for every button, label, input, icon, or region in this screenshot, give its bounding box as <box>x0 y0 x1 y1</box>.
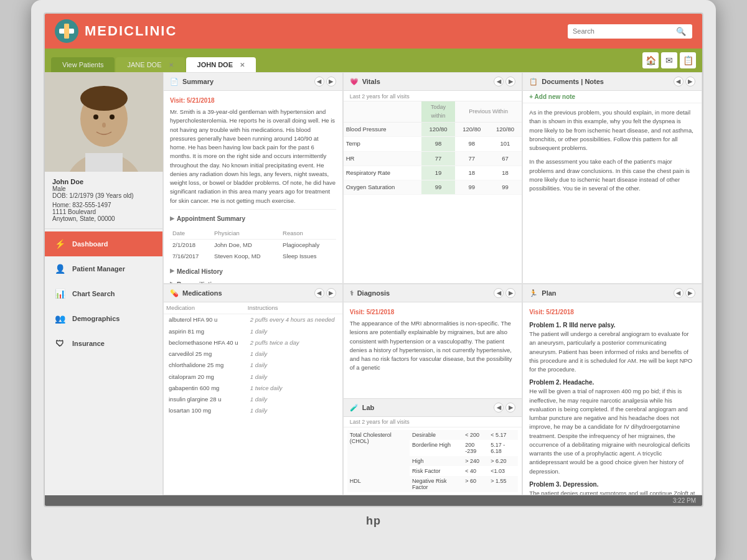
diagnosis-next-btn[interactable]: ▶ <box>505 288 515 298</box>
plan-problem: Problem 1. R IIId nerve palsy.The patien… <box>529 320 695 374</box>
add-note-button[interactable]: + Add new note <box>523 91 702 103</box>
diagnosis-panel: ⚕ Diagnosis ◀ ▶ Visit: 5/21/2018 The app… <box>343 284 523 495</box>
documents-text2: In the assessment you take each of the p… <box>529 157 695 193</box>
medications-panel: 💊 Medications ◀ ▶ Medication <box>163 284 343 495</box>
home-button[interactable]: 🏠 <box>642 52 659 68</box>
tab-john-doe[interactable]: JOHN DOE ✕ <box>186 57 256 72</box>
summary-next-btn[interactable]: ▶ <box>326 77 336 86</box>
medication-row: gabapentin 600 mg1 twice daily <box>164 383 342 394</box>
nav-demographics[interactable]: 👥 Demographics <box>45 306 162 331</box>
lab-section: 🧪 Lab ◀ ▶ Last 2 years for all visits <box>344 398 522 495</box>
lab-next-btn[interactable]: ▶ <box>505 403 515 413</box>
tab-jane-doe[interactable]: JANE DOE ✕ <box>116 57 184 72</box>
vitals-table: Todaywithin Previous Within Blood Pressu… <box>344 101 522 195</box>
vitals-prev-btn[interactable]: ◀ <box>494 77 504 86</box>
summary-panel: 📄 Summary ◀ ▶ Visit: 5/21/2018 Mr. Smith… <box>163 72 343 284</box>
header-search-input[interactable] <box>573 27 672 35</box>
vitals-header-left: 💗 Vitals <box>350 78 380 86</box>
vitals-controls: ◀ ▶ <box>494 77 515 86</box>
status-bar: 3:22 PM <box>45 495 702 506</box>
vitals-col-prev: Previous Within <box>455 101 522 123</box>
nav-demographics-label: Demographics <box>72 315 120 322</box>
summary-visit-label: Visit: 5/21/2018 <box>170 96 336 105</box>
vitals-subtitle: Last 2 years for all visits <box>344 91 522 101</box>
lab-prev-btn[interactable]: ◀ <box>494 403 504 413</box>
vitals-row: Blood Pressure120/80120/80120/80 <box>344 123 522 137</box>
insurance-icon: 🛡 <box>54 337 66 350</box>
medications-next-btn[interactable]: ▶ <box>326 288 336 298</box>
plan-next-btn[interactable]: ▶ <box>685 288 695 298</box>
summary-header-left: 📄 Summary <box>170 78 214 86</box>
documents-controls: ◀ ▶ <box>674 77 695 86</box>
nav-patient-manager-label: Patient Manager <box>72 265 125 273</box>
logo-area: MEDICLINIC <box>55 19 177 43</box>
documents-text1: As in the previous problem, you should e… <box>529 108 695 152</box>
patient-address: 1111 Boulevard <box>52 208 155 215</box>
plan-controls: ◀ ▶ <box>674 288 695 298</box>
add-note-label: + Add new note <box>529 93 575 100</box>
appt-row: 2/1/2018John Doe, MDPlagiocephaly <box>170 240 336 251</box>
summary-text: Mr. Smith is a 39-year-old gentleman wit… <box>170 108 336 205</box>
tab-label: View Patients <box>62 61 103 68</box>
nav-chart-search[interactable]: 📊 Chart Search <box>45 281 162 306</box>
nav-dashboard[interactable]: ⚡ Dashboard <box>45 231 162 256</box>
app-title: MEDICLINIC <box>85 23 177 39</box>
lab-content: Total Cholesterol (CHOL) Desirable < 200… <box>344 427 522 495</box>
nav-menu: ⚡ Dashboard 👤 Patient Manager 📊 Chart Se… <box>45 231 162 356</box>
plan-prev-btn[interactable]: ◀ <box>674 288 684 298</box>
plan-panel: 🏃 Plan ◀ ▶ Visit: 5/21/2018 Problem 1. R… <box>522 284 702 495</box>
tab-view-patients[interactable]: View Patients <box>51 57 115 72</box>
documents-panel: 📋 Documents | Notes ◀ ▶ + Add new note A… <box>522 72 702 284</box>
lab-subtitle: Last 2 years for all visits <box>344 417 522 427</box>
medication-row: losartan 100 mg1 daily <box>164 405 342 416</box>
medications-header: 💊 Medications ◀ ▶ <box>164 284 342 302</box>
close-tab-jane[interactable]: ✕ <box>169 62 174 68</box>
appt-col-reason: Reason <box>280 228 336 240</box>
demographics-icon: 👥 <box>54 312 66 325</box>
diagnosis-prev-btn[interactable]: ◀ <box>494 288 504 298</box>
close-tab-john[interactable]: ✕ <box>240 62 245 68</box>
medication-row: citalopram 20 mg1 daily <box>164 371 342 383</box>
svg-rect-11 <box>85 153 123 172</box>
documents-prev-btn[interactable]: ◀ <box>674 77 684 86</box>
status-time: 3:22 PM <box>673 497 696 504</box>
documents-next-btn[interactable]: ▶ <box>685 77 695 86</box>
nav-patient-manager[interactable]: 👤 Patient Manager <box>45 256 162 281</box>
documents-header: 📋 Documents | Notes ◀ ▶ <box>523 73 702 91</box>
patient-dob: DOB: 1/2/1979 (39 Years old) <box>52 192 155 199</box>
appt-section: ▶ Appointment Summary Date Physician Rea… <box>170 209 336 283</box>
appt-row: 7/16/2017Steven Koop, MDSleep Issues <box>170 251 336 262</box>
tab-action-icons: 🏠 ✉ 📋 <box>642 52 696 72</box>
reconciliation-toggle[interactable]: ▶ Reconciliation <box>170 278 336 284</box>
diagnosis-content: Visit: 5/21/2018 The appearance of the M… <box>344 302 522 398</box>
medications-icon: 💊 <box>170 289 179 297</box>
medical-history-toggle[interactable]: ▶ Medical History <box>170 265 336 278</box>
main-layout: John Doe Male DOB: 1/2/1979 (39 Years ol… <box>45 72 702 495</box>
svg-point-8 <box>93 114 98 119</box>
medications-prev-btn[interactable]: ◀ <box>314 288 324 298</box>
summary-prev-btn[interactable]: ◀ <box>314 77 324 86</box>
mail-button[interactable]: ✉ <box>661 52 677 68</box>
medication-row: insulin glargine 28 u1 daily <box>164 394 342 405</box>
medications-content: Medication Instructions albuterol HFA 90… <box>164 302 342 495</box>
medications-table: Medication Instructions albuterol HFA 90… <box>164 302 342 417</box>
patient-name: John Doe <box>52 178 155 185</box>
nav-insurance[interactable]: 🛡 Insurance <box>45 331 162 356</box>
vitals-content: Todaywithin Previous Within Blood Pressu… <box>344 101 522 283</box>
svg-point-7 <box>80 86 128 111</box>
appt-toggle[interactable]: ▶ Appointment Summary <box>170 212 336 225</box>
svg-point-9 <box>110 114 115 119</box>
vitals-title: Vitals <box>362 78 380 85</box>
diagnosis-visit-label: Visit: 5/21/2018 <box>350 307 516 317</box>
clipboard-button[interactable]: 📋 <box>680 52 696 68</box>
appt-col-date: Date <box>170 228 212 240</box>
appt-table: Date Physician Reason 2/1/2018John Doe, … <box>170 228 336 263</box>
hp-logo: hp <box>44 507 703 533</box>
dashboard-icon: ⚡ <box>54 238 66 250</box>
patient-avatar <box>45 72 163 172</box>
vitals-next-btn[interactable]: ▶ <box>505 77 515 86</box>
svg-point-10 <box>102 123 106 128</box>
nav-dashboard-label: Dashboard <box>72 240 108 248</box>
header-search-box[interactable]: 🔍 <box>568 24 692 39</box>
vitals-icon: 💗 <box>350 78 359 86</box>
